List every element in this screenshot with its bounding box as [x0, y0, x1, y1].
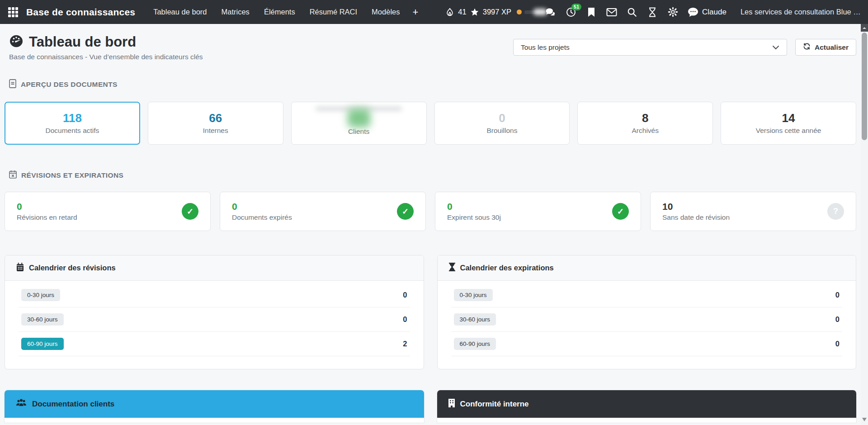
streak-flame-icon: [444, 7, 455, 18]
bookmark-icon[interactable]: [586, 7, 597, 18]
conformite-interne-header[interactable]: Conformité interne: [437, 390, 857, 418]
kpi-value: 0: [232, 202, 292, 211]
calendar-panels: Calendrier des révisions 0-30 jours 0 30…: [5, 255, 856, 369]
navbar-icon-group: 51: [545, 5, 868, 19]
star-icon: [469, 7, 480, 18]
stat-card-internes[interactable]: 66 Internes: [148, 102, 283, 145]
row-value: 2: [403, 340, 407, 348]
header-controls: Tous les projets Actualiser: [513, 39, 856, 56]
documents-stat-cards: 118 Documents actifs 66 Internes Clients…: [5, 102, 856, 145]
claude-label: Claude: [702, 8, 726, 17]
kpi-card-sans-date-revision: 10 Sans date de révision ?: [650, 192, 856, 231]
document-icon: [9, 79, 16, 90]
add-tab-button[interactable]: +: [407, 5, 424, 19]
kpi-label: Expirent sous 30j: [447, 213, 501, 222]
stat-label: Versions cette année: [756, 127, 821, 135]
check-circle-icon: ✓: [397, 203, 414, 220]
nav-links: Tableau de bord Matrices Éléments Résumé…: [146, 5, 424, 19]
stat-value: 8: [642, 112, 648, 124]
expiration-calendar-panel: Calendrier des expirations 0-30 jours 0 …: [437, 255, 857, 369]
stat-card-documents-actifs[interactable]: 118 Documents actifs: [5, 102, 140, 145]
search-icon[interactable]: [627, 7, 637, 18]
expiration-row-30-60: 30-60 jours 0: [451, 307, 843, 332]
stat-card-clients[interactable]: Clients: [291, 102, 427, 145]
mail-icon[interactable]: [606, 7, 617, 18]
stat-value: 118: [63, 112, 82, 124]
stat-card-archives[interactable]: 8 Archivés: [577, 102, 713, 145]
claude-assistant-button[interactable]: Claude: [688, 7, 726, 17]
conformite-interne-panel: Conformité interne: [437, 390, 857, 423]
kpi-card-revisions-en-retard: 0 Révisions en retard ✓: [5, 192, 211, 231]
row-value: 0: [835, 340, 840, 348]
stat-card-brouillons[interactable]: 0 Brouillons: [434, 102, 570, 145]
calendar-icon: [16, 263, 24, 273]
vertical-scrollbar[interactable]: [861, 24, 868, 425]
page-subtitle: Base de connaissances - Vue d’ensemble d…: [9, 53, 203, 61]
kpi-card-documents-expires: 0 Documents expirés ✓: [220, 192, 426, 231]
check-circle-icon: ✓: [182, 203, 198, 220]
chevron-down-icon: [772, 43, 779, 52]
range-badge: 0-30 jours: [21, 289, 60, 301]
revision-calendar-panel: Calendrier des révisions 0-30 jours 0 30…: [5, 255, 424, 369]
question-circle-icon: ?: [827, 203, 844, 220]
revision-row-0-30: 0-30 jours 0: [19, 283, 410, 307]
refresh-label: Actualiser: [815, 43, 849, 52]
documentation-clients-header[interactable]: Documentation clients: [5, 390, 424, 418]
bottom-panels: Documentation clients Conformité interne: [5, 390, 856, 423]
documents-overview-section-title: APERÇU DES DOCUMENTS: [5, 79, 856, 90]
check-circle-icon: ✓: [612, 203, 629, 220]
stat-value: 66: [209, 112, 222, 124]
kpi-label: Documents expirés: [232, 213, 292, 222]
row-value: 0: [835, 315, 840, 324]
nav-item-resume-raci[interactable]: Résumé RACI: [302, 5, 364, 19]
nav-item-elements[interactable]: Éléments: [257, 5, 302, 19]
scroll-down-button[interactable]: [862, 418, 867, 424]
users-icon: [16, 399, 27, 409]
notification-count-badge: 51: [571, 4, 581, 10]
kpi-card-expirent-sous-30j: 0 Expirent sous 30j ✓: [435, 192, 641, 231]
refresh-sync-icon: [803, 42, 811, 52]
kpi-value: 0: [17, 202, 77, 211]
expiration-row-60-90: 60-90 jours 0: [451, 332, 843, 356]
streak-count: 41: [458, 8, 466, 16]
scroll-up-button[interactable]: [861, 24, 868, 32]
range-badge: 0-30 jours: [454, 289, 493, 301]
chat-messages-icon[interactable]: [545, 7, 556, 18]
kpi-label: Sans date de révision: [662, 213, 730, 222]
main-content: Tableau de bord Base de connaissances - …: [0, 34, 868, 423]
xp-count: 3997 XP: [483, 8, 511, 16]
range-badge: 30-60 jours: [454, 313, 496, 326]
gamification-status: 41 3997 XP: [444, 7, 545, 18]
stat-label: Archivés: [632, 127, 659, 135]
app-grid-icon[interactable]: [8, 7, 18, 17]
hourglass-icon[interactable]: [647, 7, 658, 18]
revisions-section-title: RÉVISIONS ET EXPIRATIONS: [5, 170, 856, 180]
hourglass-solid-icon: [449, 263, 455, 273]
nav-item-modeles[interactable]: Modèles: [364, 5, 407, 19]
scrollbar-thumb[interactable]: [862, 33, 867, 140]
stat-label: Brouillons: [486, 127, 517, 135]
refresh-button[interactable]: Actualiser: [795, 39, 856, 56]
row-value: 0: [403, 315, 407, 324]
revision-row-30-60: 30-60 jours 0: [19, 307, 410, 332]
settings-gear-icon[interactable]: [667, 7, 678, 18]
xp-progress-dot: [517, 9, 522, 14]
revision-kpi-cards: 0 Révisions en retard ✓ 0 Documents expi…: [5, 192, 856, 231]
project-filter-select[interactable]: Tous les projets: [513, 39, 787, 56]
stat-value: 0: [499, 112, 505, 124]
nav-item-matrices[interactable]: Matrices: [214, 5, 257, 19]
claude-bubble-icon: [688, 7, 698, 17]
project-filter-value: Tous les projets: [521, 43, 570, 52]
account-name[interactable]: Les services de consultation Blue …: [741, 8, 861, 16]
row-value: 0: [835, 291, 840, 299]
revision-calendar-header: Calendrier des révisions: [5, 255, 424, 281]
history-clock-icon[interactable]: 51: [566, 7, 576, 18]
stat-label: Internes: [203, 127, 228, 135]
stat-card-versions[interactable]: 14 Versions cette année: [721, 102, 856, 145]
expiration-row-0-30: 0-30 jours 0: [451, 283, 843, 307]
stat-label: Documents actifs: [45, 127, 99, 135]
expiration-calendar-header: Calendrier des expirations: [438, 255, 856, 281]
kpi-label: Révisions en retard: [17, 213, 77, 222]
nav-item-tableau-de-bord[interactable]: Tableau de bord: [146, 5, 214, 19]
app-title: Base de connaissances: [26, 7, 135, 18]
